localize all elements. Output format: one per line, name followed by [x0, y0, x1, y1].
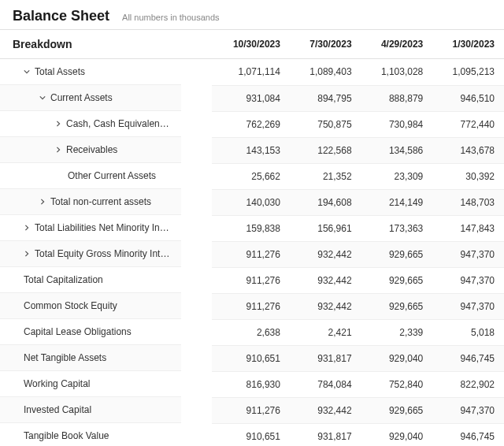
table-row: Net Tangible Assets910,651931,817929,040…	[0, 345, 504, 371]
cell-value: 929,665	[361, 241, 433, 267]
cell-value: 946,510	[432, 85, 504, 111]
table-row: Capital Lease Obligations2,6382,4212,339…	[0, 319, 504, 345]
row-label: Other Current Assets	[68, 170, 156, 181]
cell-value: 911,276	[212, 397, 289, 423]
row-label-cell[interactable]: Total non-current assets	[0, 189, 181, 215]
row-label-cell[interactable]: Total Assets	[0, 59, 181, 85]
table-row: Receivables143,153122,568134,586143,678	[0, 137, 504, 163]
row-label: Invested Capital	[24, 404, 91, 415]
cell-value: 21,352	[290, 163, 361, 189]
table-row: Total non-current assets140,030194,60821…	[0, 189, 504, 215]
cell-value: 140,030	[212, 189, 289, 215]
cell-value: 946,745	[432, 423, 504, 446]
table-row: Total Liabilities Net Minority Int…159,8…	[0, 215, 504, 241]
cell-value: 911,276	[212, 293, 289, 319]
col-date-0[interactable]: 10/30/2023	[212, 30, 289, 59]
cell-value: 932,442	[290, 293, 361, 319]
col-breakdown[interactable]: Breakdown	[0, 30, 212, 59]
chevron-right-icon	[24, 225, 30, 231]
table-row: Cash, Cash Equivalents & S…762,269750,87…	[0, 111, 504, 137]
cell-value: 894,795	[290, 85, 361, 111]
row-label: Cash, Cash Equivalents & S…	[66, 118, 172, 129]
row-label-cell[interactable]: Total Equity Gross Minority Inte…	[0, 241, 181, 267]
row-label-cell: Capital Lease Obligations	[0, 319, 181, 345]
cell-value: 134,586	[361, 137, 433, 163]
cell-value: 932,442	[290, 267, 361, 293]
row-label-cell[interactable]: Cash, Cash Equivalents & S…	[0, 111, 181, 137]
row-label-cell: Total Capitalization	[0, 267, 181, 293]
table-header-row: Breakdown 10/30/2023 7/30/2023 4/29/2023…	[0, 30, 504, 59]
table-row: Current Assets931,084894,795888,879946,5…	[0, 85, 504, 111]
row-label: Working Capital	[24, 378, 90, 389]
cell-value: 929,040	[361, 345, 433, 371]
cell-value: 752,840	[361, 371, 433, 397]
cell-value: 1,103,028	[361, 59, 433, 86]
table-row: Common Stock Equity911,276932,442929,665…	[0, 293, 504, 319]
cell-value: 947,370	[432, 397, 504, 423]
cell-value: 25,662	[212, 163, 289, 189]
cell-value: 947,370	[432, 241, 504, 267]
cell-value: 910,651	[212, 423, 289, 446]
chevron-right-icon	[55, 147, 61, 153]
cell-value: 911,276	[212, 267, 289, 293]
cell-value: 2,638	[212, 319, 289, 345]
cell-value: 931,084	[212, 85, 289, 111]
row-label-cell: Common Stock Equity	[0, 293, 181, 319]
row-label: Common Stock Equity	[24, 300, 117, 311]
chevron-down-icon	[24, 69, 30, 75]
cell-value: 1,071,114	[212, 59, 289, 86]
table-row: Invested Capital911,276932,442929,665947…	[0, 397, 504, 423]
row-label: Total Liabilities Net Minority Int…	[35, 222, 172, 233]
cell-value: 30,392	[432, 163, 504, 189]
cell-value: 816,930	[212, 371, 289, 397]
col-date-3[interactable]: 1/30/2023	[432, 30, 504, 59]
chevron-right-icon	[39, 199, 46, 205]
cell-value: 929,040	[361, 423, 433, 446]
cell-value: 784,084	[290, 371, 361, 397]
cell-value: 750,875	[290, 111, 361, 137]
cell-value: 730,984	[361, 111, 433, 137]
row-label-cell: Invested Capital	[0, 397, 181, 423]
row-label-cell[interactable]: Total Liabilities Net Minority Int…	[0, 215, 181, 241]
chevron-down-icon	[39, 95, 46, 101]
row-label-cell: Net Tangible Assets	[0, 345, 181, 371]
row-label: Current Assets	[50, 92, 113, 103]
cell-value: 194,608	[290, 189, 361, 215]
page-subtitle: All numbers in thousands	[122, 13, 220, 22]
cell-value: 911,276	[212, 241, 289, 267]
table-row: Total Equity Gross Minority Inte…911,276…	[0, 241, 504, 267]
cell-value: 5,018	[432, 319, 504, 345]
cell-value: 1,089,403	[290, 59, 361, 86]
cell-value: 2,339	[361, 319, 433, 345]
cell-value: 214,149	[361, 189, 433, 215]
cell-value: 1,095,213	[432, 59, 504, 86]
row-label: Total Equity Gross Minority Inte…	[35, 248, 172, 259]
cell-value: 910,651	[212, 345, 289, 371]
table-row: Working Capital816,930784,084752,840822,…	[0, 371, 504, 397]
table-row: Total Capitalization911,276932,442929,66…	[0, 267, 504, 293]
cell-value: 143,153	[212, 137, 289, 163]
cell-value: 147,843	[432, 215, 504, 241]
cell-value: 772,440	[432, 111, 504, 137]
cell-value: 929,665	[361, 397, 433, 423]
cell-value: 929,665	[361, 293, 433, 319]
cell-value: 947,370	[432, 293, 504, 319]
col-date-2[interactable]: 4/29/2023	[361, 30, 433, 59]
table-row: Tangible Book Value910,651931,817929,040…	[0, 423, 504, 446]
table-row: Other Current Assets25,66221,35223,30930…	[0, 163, 504, 189]
cell-value: 932,442	[290, 397, 361, 423]
row-label: Tangible Book Value	[24, 430, 109, 441]
cell-value: 932,442	[290, 241, 361, 267]
cell-value: 148,703	[432, 189, 504, 215]
chevron-right-icon	[55, 121, 61, 127]
row-label-cell: Other Current Assets	[0, 163, 181, 189]
chevron-right-icon	[24, 251, 30, 257]
cell-value: 173,363	[361, 215, 433, 241]
row-label: Net Tangible Assets	[24, 352, 106, 363]
row-label-cell[interactable]: Current Assets	[0, 85, 181, 111]
page-title: Balance Sheet	[13, 8, 109, 24]
col-date-1[interactable]: 7/30/2023	[290, 30, 361, 59]
page-header: Balance Sheet All numbers in thousands	[0, 0, 504, 29]
row-label: Total Assets	[35, 66, 85, 77]
row-label-cell[interactable]: Receivables	[0, 137, 181, 163]
